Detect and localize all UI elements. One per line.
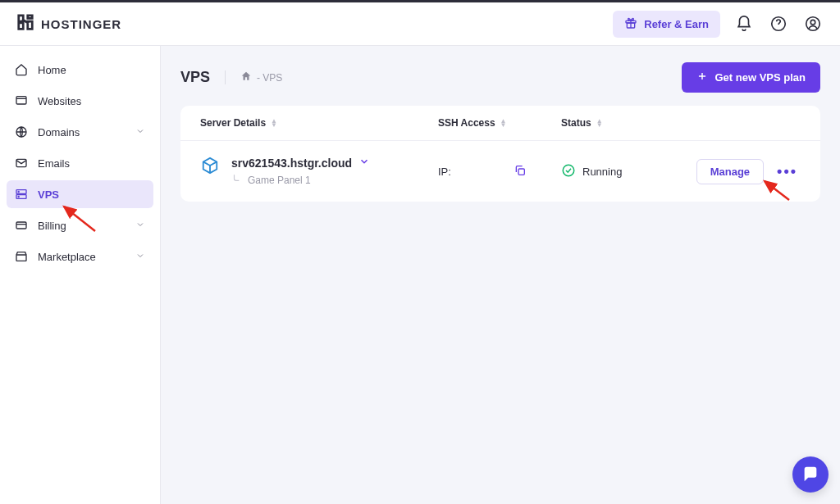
home-icon xyxy=(15,63,28,76)
sort-icon: ▲▼ xyxy=(271,119,277,127)
chevron-down-icon xyxy=(135,220,145,232)
svg-rect-12 xyxy=(16,222,26,229)
sidebar-item-label: Websites xyxy=(38,95,81,107)
sidebar-item-vps[interactable]: VPS xyxy=(7,180,153,208)
account-button[interactable] xyxy=(802,13,824,34)
sidebar: Home Websites Domains Emails xyxy=(0,46,161,504)
check-circle-icon xyxy=(561,163,576,180)
sidebar-item-emails[interactable]: Emails xyxy=(7,149,153,177)
tree-branch-icon xyxy=(231,173,243,187)
sidebar-item-home[interactable]: Home xyxy=(7,56,153,84)
sidebar-item-label: Domains xyxy=(38,126,80,138)
manage-button[interactable]: Manage xyxy=(696,159,764,184)
ip-label: IP: xyxy=(438,166,451,178)
page-header: VPS - VPS Get new VPS plan xyxy=(180,62,820,93)
refer-earn-label: Refer & Earn xyxy=(644,18,709,30)
svg-point-3 xyxy=(806,17,820,31)
breadcrumb-home-icon xyxy=(240,70,252,84)
col-header-server-details[interactable]: Server Details ▲▼ xyxy=(200,117,438,129)
brand-text: HOSTINGER xyxy=(41,17,121,31)
topbar: HOSTINGER Refer & Earn xyxy=(0,0,840,46)
sidebar-item-billing[interactable]: Billing xyxy=(7,211,153,239)
help-button[interactable] xyxy=(768,13,789,34)
chevron-down-icon xyxy=(135,126,145,138)
ssh-ip-cell: IP: xyxy=(438,164,527,179)
page-title: VPS xyxy=(180,69,210,86)
user-icon xyxy=(804,15,822,33)
page-content: VPS - VPS Get new VPS plan Server Detail… xyxy=(161,46,840,504)
svg-rect-5 xyxy=(16,97,26,104)
sidebar-item-label: Billing xyxy=(38,220,66,232)
mail-icon xyxy=(15,157,28,170)
card-icon xyxy=(15,219,28,232)
col-header-ssh-access[interactable]: SSH Access ▲▼ xyxy=(438,117,561,129)
plus-icon xyxy=(696,70,708,84)
sort-icon: ▲▼ xyxy=(596,119,603,127)
websites-icon xyxy=(15,94,28,107)
copy-icon xyxy=(514,164,527,177)
breadcrumb-tail: - VPS xyxy=(257,72,282,84)
th-label: Status xyxy=(561,117,591,129)
table-header-row: Server Details ▲▼ SSH Access ▲▼ Status ▲… xyxy=(180,106,820,141)
svg-point-4 xyxy=(810,20,815,25)
bell-icon xyxy=(735,15,753,33)
breadcrumb[interactable]: - VPS xyxy=(225,70,282,84)
svg-point-11 xyxy=(18,196,19,197)
get-new-vps-plan-button[interactable]: Get new VPS plan xyxy=(682,62,820,93)
svg-point-17 xyxy=(563,165,574,176)
vps-table-card: Server Details ▲▼ SSH Access ▲▼ Status ▲… xyxy=(180,106,820,202)
chat-launcher-button[interactable] xyxy=(792,456,829,493)
sidebar-item-label: Home xyxy=(38,64,66,76)
sidebar-item-websites[interactable]: Websites xyxy=(7,87,153,115)
sidebar-item-label: VPS xyxy=(38,188,59,201)
cta-label: Get new VPS plan xyxy=(714,71,806,84)
help-icon xyxy=(769,15,788,33)
brand-logo[interactable]: HOSTINGER xyxy=(16,13,121,35)
sidebar-item-domains[interactable]: Domains xyxy=(7,118,153,146)
chat-icon xyxy=(801,465,819,484)
logo-mark-icon xyxy=(16,13,34,35)
chevron-down-icon xyxy=(135,251,145,263)
server-logo-icon xyxy=(200,156,220,175)
table-row: srv621543.hstgr.cloud Game Panel 1 xyxy=(180,141,820,202)
th-label: Server Details xyxy=(200,117,266,129)
col-header-status[interactable]: Status ▲▼ xyxy=(561,117,692,129)
server-sub-label: Game Panel 1 xyxy=(231,173,370,187)
main-layout: Home Websites Domains Emails xyxy=(0,46,840,504)
status-pill: Running xyxy=(561,163,622,180)
row-more-button[interactable]: ••• xyxy=(774,160,801,184)
th-label: SSH Access xyxy=(438,117,495,129)
svg-point-10 xyxy=(18,191,19,192)
svg-rect-13 xyxy=(16,255,26,261)
svg-rect-16 xyxy=(518,169,524,175)
gift-icon xyxy=(624,16,637,32)
sidebar-item-label: Emails xyxy=(38,157,70,170)
more-horizontal-icon: ••• xyxy=(777,163,797,179)
server-icon xyxy=(15,188,28,201)
notifications-button[interactable] xyxy=(733,13,755,34)
status-text: Running xyxy=(582,166,622,178)
sidebar-item-label: Marketplace xyxy=(38,251,96,263)
refer-earn-button[interactable]: Refer & Earn xyxy=(613,11,720,38)
copy-ip-button[interactable] xyxy=(514,164,527,179)
page-header-left: VPS - VPS xyxy=(180,69,282,86)
server-details-cell: srv621543.hstgr.cloud Game Panel 1 xyxy=(200,156,370,187)
globe-icon xyxy=(15,125,28,138)
sort-icon: ▲▼ xyxy=(500,119,507,127)
sidebar-item-marketplace[interactable]: Marketplace xyxy=(7,243,153,270)
shop-icon xyxy=(15,250,28,263)
chevron-down-icon xyxy=(358,156,370,170)
server-name[interactable]: srv621543.hstgr.cloud xyxy=(231,156,370,170)
topbar-right: Refer & Earn xyxy=(613,11,824,38)
